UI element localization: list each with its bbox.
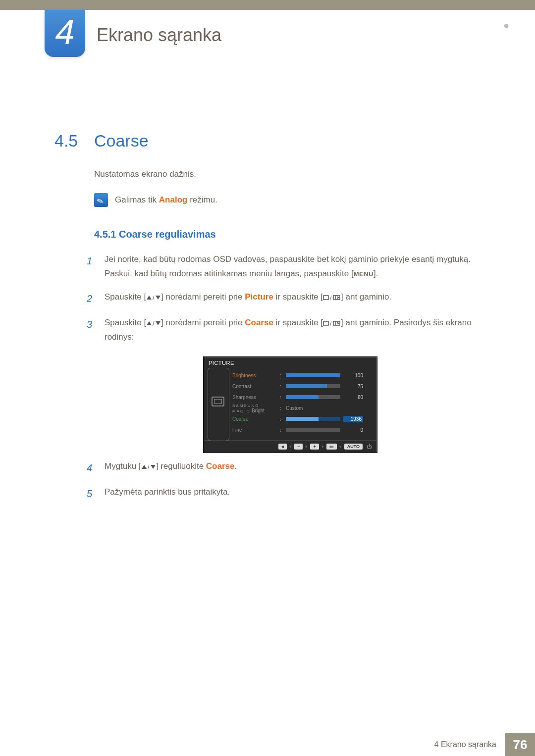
svg-rect-3 — [323, 296, 328, 300]
osd-bracket-icon — [225, 368, 229, 441]
osd-minus-icon: − — [294, 444, 303, 450]
menu-label: MENU — [354, 270, 374, 278]
osd-colon: : — [280, 405, 283, 411]
svg-marker-16 — [151, 465, 156, 469]
step-text: ir spauskite [ — [273, 318, 323, 327]
osd-magic-suffix: Bright — [252, 408, 265, 413]
osd-bracket-icon — [208, 368, 212, 441]
section-intro-text: Nustatomas ekrano dažnis. — [94, 169, 196, 179]
footer-page-number: 76 — [505, 733, 535, 756]
svg-marker-0 — [147, 296, 152, 300]
section-number: 4.5 — [54, 131, 78, 151]
osd-row-coarse: Coarse : 1936 — [232, 413, 372, 424]
step-number: 2 — [87, 290, 96, 307]
svg-marker-14 — [142, 465, 147, 469]
osd-label: SAMSUNG MAGIC Bright — [232, 403, 277, 413]
chapter-title: Ekrano sąranka — [97, 25, 221, 46]
footer-chapter-label: 4 Ekrano sąranka — [434, 733, 505, 756]
step-1: 1 Jei norite, kad būtų rodomas OSD vadov… — [87, 252, 488, 281]
osd-row-brightness: Brightness : 100 — [232, 370, 372, 381]
osd-bar — [286, 395, 340, 399]
step-text: Paskui, kad būtų rodomas atitinkamas men… — [105, 269, 354, 278]
osd-row-fine: Fine : 0 — [232, 424, 372, 435]
svg-marker-7 — [147, 321, 152, 325]
osd-label: Contrast — [232, 384, 277, 389]
step-number: 4 — [87, 459, 96, 476]
section-title: Coarse — [94, 131, 149, 151]
step-text: ] reguliuokite — [156, 461, 206, 471]
osd-value-selected: 1936 — [343, 416, 363, 422]
osd-value: 75 — [343, 384, 363, 389]
svg-text:/: / — [153, 320, 155, 326]
note-post: režimu. — [187, 195, 217, 204]
step-body: Spauskite [/] norėdami pereiti prie Pict… — [105, 290, 488, 307]
svg-text:/: / — [330, 295, 332, 301]
note-pre: Galimas tik — [115, 195, 159, 204]
osd-bar — [286, 373, 340, 377]
source-enter-icon: / — [323, 295, 341, 301]
up-down-icon: / — [141, 464, 156, 470]
step-highlight: Coarse — [245, 318, 273, 327]
svg-text:/: / — [330, 320, 332, 326]
step-text: Spauskite [ — [105, 318, 146, 327]
step-body: Pažymėta parinktis bus pritaikyta. — [105, 485, 488, 502]
step-number: 3 — [87, 316, 96, 345]
step-body: Mygtuku [/] reguliuokite Coarse. — [105, 459, 488, 476]
osd-plus-icon: + — [310, 444, 319, 450]
osd-footer: ◂▾ −▾ +▾ ▭▾ AUTO ⏻ — [204, 440, 377, 453]
svg-marker-2 — [156, 296, 160, 300]
osd-power-icon: ⏻ — [367, 444, 372, 450]
svg-marker-9 — [156, 321, 160, 325]
steps-list-continued: 4 Mygtuku [/] reguliuokite Coarse. 5 Paž… — [87, 459, 488, 511]
step-text: Spauskite [ — [105, 292, 146, 302]
osd-row-sharpness: Sharpness : 60 — [232, 392, 372, 403]
up-down-icon: / — [146, 320, 161, 326]
osd-bar — [286, 428, 340, 432]
note-text: Galimas tik Analog režimu. — [115, 195, 217, 205]
step-body: Jei norite, kad būtų rodomas OSD vadovas… — [105, 252, 488, 281]
svg-text:/: / — [148, 464, 150, 470]
margin-bullet-icon: ● — [503, 20, 509, 31]
step-body: Spauskite [/] norėdami pereiti prie Coar… — [105, 316, 488, 345]
step-2: 2 Spauskite [/] norėdami pereiti prie Pi… — [87, 290, 488, 307]
osd-label: Fine — [232, 427, 277, 433]
step-number: 1 — [87, 252, 96, 281]
step-text: ]. — [374, 269, 378, 278]
step-5: 5 Pažymėta parinktis bus pritaikyta. — [87, 485, 488, 502]
step-4: 4 Mygtuku [/] reguliuokite Coarse. — [87, 459, 488, 476]
osd-magic-bottom: MAGIC — [232, 409, 250, 413]
osd-picture-icon — [212, 397, 224, 406]
step-text: Jei norite, kad būtų rodomas OSD vadovas… — [105, 254, 471, 264]
step-text: Mygtuku [ — [105, 461, 141, 471]
osd-value: 0 — [343, 427, 363, 433]
osd-colon: : — [280, 384, 283, 389]
osd-label: Brightness — [232, 373, 277, 378]
page-footer: 4 Ekrano sąranka 76 — [0, 733, 535, 756]
osd-bar — [286, 384, 340, 388]
osd-title: PICTURE — [204, 357, 377, 368]
note-row: Galimas tik Analog režimu. — [94, 193, 217, 207]
osd-bar-selected — [286, 417, 340, 421]
step-text: ] ant gaminio. — [341, 292, 391, 302]
osd-value: 100 — [343, 373, 363, 378]
osd-label-selected: Coarse — [232, 416, 277, 422]
osd-value: Custom — [286, 405, 303, 411]
note-icon — [94, 193, 108, 207]
step-number: 5 — [87, 485, 96, 502]
osd-colon: : — [280, 427, 283, 433]
step-text: ir spauskite [ — [273, 292, 323, 302]
osd-colon: : — [280, 416, 283, 422]
note-highlight: Analog — [159, 195, 188, 204]
up-down-icon: / — [146, 295, 161, 301]
osd-row-contrast: Contrast : 75 — [232, 381, 372, 392]
step-text: ] norėdami pereiti prie — [161, 292, 245, 302]
osd-screenshot: PICTURE Brightness : 100 Contrast : 75 S… — [203, 356, 377, 453]
subsection-heading: 4.5.1 Coarse reguliavimas — [94, 229, 216, 240]
steps-list: 1 Jei norite, kad būtų rodomas OSD vadov… — [87, 252, 488, 353]
step-3: 3 Spauskite [/] norėdami pereiti prie Co… — [87, 316, 488, 345]
osd-enter-icon: ▭ — [326, 444, 337, 450]
osd-row-magic-bright: SAMSUNG MAGIC Bright : Custom — [232, 403, 372, 413]
osd-label: Sharpness — [232, 395, 277, 400]
osd-colon: : — [280, 373, 283, 378]
step-highlight: Picture — [245, 292, 273, 302]
